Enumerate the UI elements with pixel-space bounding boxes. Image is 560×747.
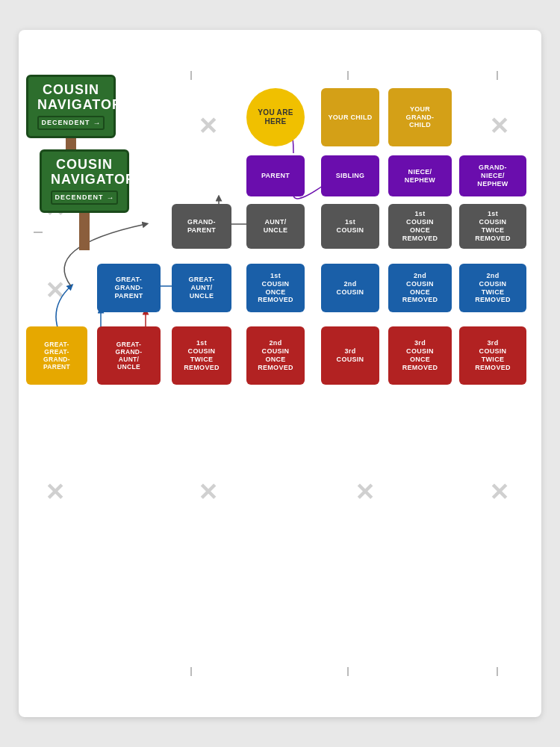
node-2nd-cousin: 2ndCOUSIN	[321, 264, 379, 312]
node-great-aunt-uncle: GREAT-AUNT/UNCLE	[172, 264, 231, 312]
sign-main-sub: DECENDENT →	[51, 190, 118, 205]
1st-cousin-twice-label: 1stCOUSINTWICEREMOVED	[475, 210, 511, 242]
2nd-cousin-once-label: 2ndCOUSINONCEREMOVED	[402, 272, 438, 304]
node-niece-nephew: NIECE/NEPHEW	[388, 155, 452, 196]
1st-cousin-twice-red-label: 1stCOUSINTWICEREMOVED	[184, 339, 220, 371]
1st-cousin-label: 1stCOUSIN	[337, 218, 364, 235]
great-grandparent-label: GREAT-GRAND-PARENT	[114, 276, 143, 300]
sign-main-pole	[79, 213, 90, 250]
node-grand-niece-nephew: GRAND-NIECE/NEPHEW	[459, 155, 526, 196]
node-3rd-cousin-twice-removed: 3rdCOUSINTWICEREMOVED	[459, 326, 526, 385]
2nd-cousin-label: 2ndCOUSIN	[337, 280, 364, 297]
sign-board-main: COUSIN NAVIGATOR DECENDENT →	[40, 149, 129, 213]
3rd-cousin-twice-label: 3rdCOUSINTWICEREMOVED	[475, 339, 511, 371]
node-aunt-uncle: AUNT/UNCLE	[246, 204, 305, 249]
aunt-uncle-label: AUNT/UNCLE	[264, 218, 288, 235]
card: ✕ ✕ ✕ ✕ ✕ ✕ ✕ ✕ ✕ ✕ COUSIN NAVIGATOR DEC…	[19, 30, 541, 717]
node-1st-cousin-once-removed: 1stCOUSINONCEREMOVED	[388, 204, 452, 249]
node-1st-cousin-twice-removed-red: 1stCOUSINTWICEREMOVED	[172, 326, 231, 385]
3rd-cousin-label: 3rdCOUSIN	[337, 347, 364, 364]
your-child-label: YOUR CHILD	[329, 114, 373, 122]
node-1st-cousin-once-removed-blue: 1stCOUSINONCEREMOVED	[246, 264, 305, 312]
sign-main-line2: NAVIGATOR	[51, 173, 118, 187]
node-2nd-cousin-twice-removed: 2ndCOUSINTWICEREMOVED	[459, 264, 526, 312]
sign-main-decendent: DECENDENT	[55, 193, 104, 201]
node-your-grandchild: YOURGRAND-CHILD	[388, 88, 452, 146]
1st-cousin-once-blue-label: 1stCOUSINONCEREMOVED	[258, 272, 293, 304]
your-grandchild-label: YOURGRAND-CHILD	[406, 105, 435, 129]
great-great-grandparent-label: GREAT-GREAT-GRAND-PARENT	[43, 341, 70, 371]
grandparent-label: GRAND-PARENT	[187, 218, 216, 235]
sign-wrapper: COUSIN NAVIGATOR DECENDENT →	[40, 149, 129, 250]
you-are-here-label: YOU AREHERE	[258, 108, 293, 126]
node-1st-cousin: 1stCOUSIN	[321, 204, 379, 249]
node-2nd-cousin-once-removed: 2ndCOUSINONCEREMOVED	[388, 264, 452, 312]
sign-main-line1: COUSIN	[51, 158, 118, 173]
sign-main-arrow: →	[107, 193, 114, 202]
node-parent: PARENT	[246, 155, 305, 196]
node-your-child: YOUR CHILD	[321, 88, 379, 146]
node-2nd-cousin-once-removed-red: 2ndCOUSINONCEREMOVED	[246, 326, 305, 385]
niece-nephew-label: NIECE/NEPHEW	[405, 168, 435, 185]
sibling-label: SIBLING	[336, 172, 365, 180]
node-3rd-cousin: 3rdCOUSIN	[321, 326, 379, 385]
grand-niece-nephew-label: GRAND-NIECE/NEPHEW	[477, 164, 508, 187]
node-sibling: SIBLING	[321, 155, 379, 196]
3rd-cousin-once-label: 3rdCOUSINONCEREMOVED	[402, 339, 438, 371]
2nd-cousin-twice-label: 2ndCOUSINTWICEREMOVED	[475, 272, 511, 304]
2nd-cousin-once-red-label: 2ndCOUSINONCEREMOVED	[258, 339, 293, 371]
1st-cousin-once-label: 1stCOUSINONCEREMOVED	[402, 210, 438, 242]
diagram-area: YOU AREHERE YOUR CHILD YOURGRAND-CHILD P…	[19, 30, 541, 717]
great-aunt-uncle-label: GREAT-AUNT/UNCLE	[188, 276, 214, 300]
great-grand-aunt-uncle-label: GREAT-GRAND-AUNT/UNCLE	[116, 341, 143, 371]
parent-label: PARENT	[261, 172, 290, 180]
node-great-grandparent: GREAT-GRAND-PARENT	[97, 264, 161, 312]
node-you-are-here: YOU AREHERE	[246, 88, 305, 146]
node-3rd-cousin-once-removed: 3rdCOUSINONCEREMOVED	[388, 326, 452, 385]
node-1st-cousin-twice-removed: 1stCOUSINTWICEREMOVED	[459, 204, 526, 249]
node-great-great-grandparent: GREAT-GREAT-GRAND-PARENT	[26, 326, 87, 385]
node-grandparent: GRAND-PARENT	[172, 204, 231, 249]
node-great-grand-aunt-uncle: GREAT-GRAND-AUNT/UNCLE	[97, 326, 161, 385]
